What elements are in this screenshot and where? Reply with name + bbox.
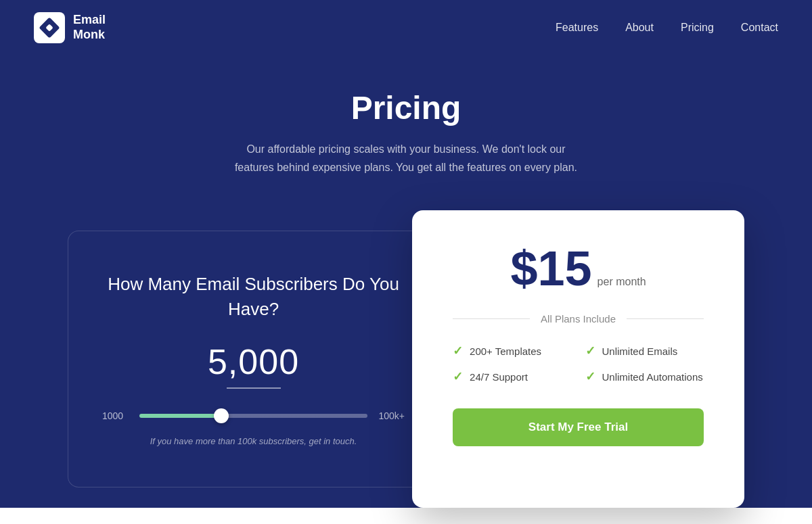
navbar: Email Monk Features About Pricing Contac… <box>0 0 812 55</box>
slider-note: If you have more than 100k subscribers, … <box>150 436 357 446</box>
divider-right <box>627 318 704 319</box>
feature-item: ✓ 200+ Templates <box>453 343 571 358</box>
brand-name: Email Monk <box>73 13 106 42</box>
bottom-area <box>0 508 812 524</box>
feature-item: ✓ Unlimited Automations <box>585 369 704 384</box>
feature-item: ✓ Unlimited Emails <box>585 343 704 358</box>
hero-subtitle: Our affordable pricing scales with your … <box>230 140 582 176</box>
plans-label: All Plans Include <box>541 313 616 325</box>
hero-section: Pricing Our affordable pricing scales wi… <box>0 55 812 217</box>
nav-item-pricing[interactable]: Pricing <box>681 22 714 34</box>
feature-text: Unlimited Automations <box>602 371 703 383</box>
feature-text: 24/7 Support <box>470 371 528 383</box>
divider-row: All Plans Include <box>453 313 704 325</box>
cta-button[interactable]: Start My Free Trial <box>453 408 704 446</box>
feature-text: Unlimited Emails <box>602 346 678 357</box>
logo-icon <box>34 12 65 43</box>
main-content: How Many Email Subscribers Do You Have? … <box>0 217 812 508</box>
features-grid: ✓ 200+ Templates ✓ Unlimited Emails ✓ 24… <box>453 343 704 384</box>
nav-item-features[interactable]: Features <box>556 22 598 34</box>
subscriber-count: 5,000 <box>208 341 299 382</box>
page-title: Pricing <box>14 89 798 126</box>
pricing-card: $15 per month All Plans Include ✓ 200+ T… <box>412 210 744 508</box>
slider-container[interactable] <box>139 409 367 423</box>
divider-left <box>453 318 530 319</box>
nav-item-about[interactable]: About <box>625 22 654 34</box>
logo-diamond-icon <box>39 17 60 38</box>
price-amount: $15 <box>510 244 591 293</box>
feature-text: 200+ Templates <box>470 346 541 357</box>
check-icon: ✓ <box>585 369 595 384</box>
logo-area[interactable]: Email Monk <box>34 12 106 43</box>
subscriber-card: How Many Email Subscribers Do You Have? … <box>68 231 439 487</box>
slider-row: 1000 100k+ <box>102 409 405 423</box>
price-row: $15 per month <box>510 244 646 293</box>
slider-min-label: 1000 <box>102 410 129 421</box>
count-underline <box>227 387 281 389</box>
nav-item-contact[interactable]: Contact <box>741 22 778 34</box>
nav-links: Features About Pricing Contact <box>556 22 778 34</box>
check-icon: ✓ <box>453 343 463 358</box>
feature-item: ✓ 24/7 Support <box>453 369 571 384</box>
subscriber-question: How Many Email Subscribers Do You Have? <box>102 272 405 321</box>
check-icon: ✓ <box>585 343 595 358</box>
check-icon: ✓ <box>453 369 463 384</box>
price-period: per month <box>597 276 646 288</box>
slider-max-label: 100k+ <box>378 410 405 421</box>
subscriber-slider[interactable] <box>139 414 367 418</box>
